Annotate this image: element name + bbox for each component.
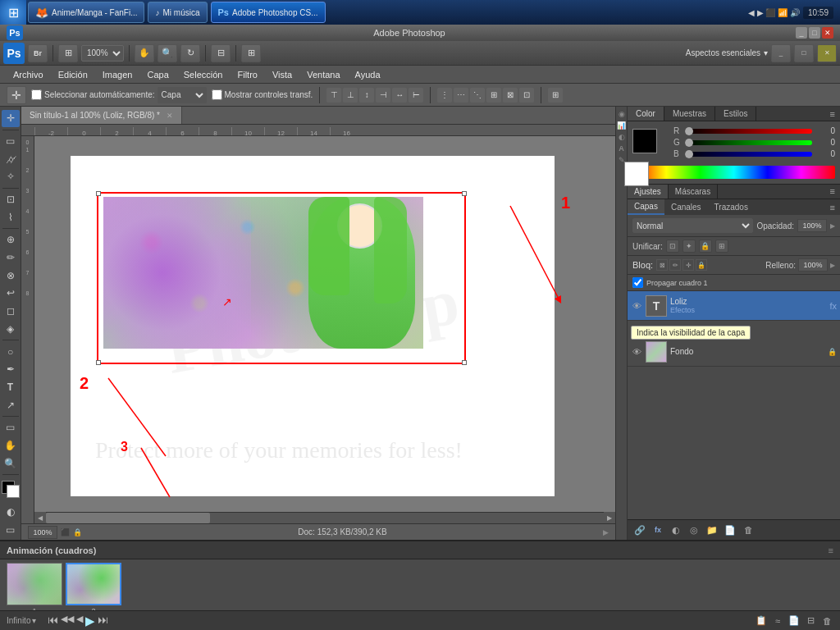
menu-seleccion[interactable]: Selección — [177, 68, 230, 81]
tab-swatches[interactable]: Muestras — [664, 107, 715, 121]
menu-edicion[interactable]: Edición — [52, 68, 94, 81]
type-panel-icon[interactable]: A — [619, 144, 624, 153]
background-swatch[interactable] — [624, 162, 649, 186]
anim-new-frame-btn[interactable]: 📄 — [788, 614, 801, 628]
align-right-icon[interactable]: ⊢ — [409, 88, 423, 103]
r-slider[interactable] — [685, 129, 812, 134]
tab-trazados[interactable]: Trazados — [708, 200, 755, 214]
anim-flatten-btn[interactable]: ⊟ — [804, 614, 817, 628]
layer-delete-btn[interactable]: 🗑 — [741, 523, 756, 537]
maximize-button[interactable]: □ — [809, 27, 820, 39]
type-tool[interactable]: T — [2, 379, 20, 396]
anim-delete-btn[interactable]: 🗑 — [820, 614, 833, 628]
move-tool-options[interactable]: ✛ — [7, 86, 26, 104]
prev-frame-btn[interactable]: ◀◀ — [61, 614, 74, 628]
scroll-right-status[interactable]: ▶ — [603, 528, 609, 536]
anim-tween-btn[interactable]: ≈ — [771, 614, 784, 628]
screen-mode-btn[interactable]: ▭ — [2, 521, 20, 538]
scroll-left-btn[interactable]: ◀ — [34, 512, 46, 523]
tab-layers[interactable]: Capas — [628, 199, 664, 215]
scroll-thumb[interactable] — [46, 513, 210, 523]
unif-icon-3[interactable]: 🔒 — [699, 240, 712, 253]
adj-panel-icon[interactable]: ◐ — [619, 133, 625, 141]
clone-tool[interactable]: ⊗ — [2, 267, 20, 284]
menu-imagen[interactable]: Imagen — [96, 68, 139, 81]
layer-adj-btn[interactable]: ◎ — [687, 523, 701, 537]
layout-btn[interactable]: ⊟ — [211, 44, 231, 62]
align-hcenter-icon[interactable]: ↔ — [392, 88, 407, 103]
bridge-button[interactable]: Br — [28, 44, 48, 62]
opacity-input[interactable] — [797, 219, 827, 232]
tab-styles[interactable]: Estilos — [715, 107, 756, 121]
handle-br[interactable] — [462, 360, 467, 365]
layer-link-btn[interactable]: 🔗 — [632, 523, 647, 537]
lock-transp-icon[interactable]: ⊠ — [656, 259, 668, 271]
zoom-input[interactable] — [28, 526, 57, 539]
dist-5-icon[interactable]: ⊠ — [503, 88, 518, 103]
extras-btn[interactable]: ⊞ — [241, 44, 261, 62]
layer-mask-btn[interactable]: ◐ — [669, 523, 683, 537]
menu-ventana[interactable]: Ventana — [300, 68, 346, 81]
menu-archivo[interactable]: Archivo — [7, 68, 50, 81]
opacity-arrow[interactable]: ▶ — [830, 222, 835, 230]
hand-tool-btn[interactable]: ✋ — [135, 44, 154, 62]
history-brush[interactable]: ↩ — [2, 285, 20, 302]
canvas-work-area[interactable]: Photoshop — [34, 136, 615, 523]
lock-paint-icon[interactable]: ✏ — [669, 259, 681, 271]
minimize-button[interactable]: _ — [796, 27, 807, 39]
unif-icon-1[interactable]: ⊡ — [666, 240, 679, 253]
propagar-checkbox[interactable] — [632, 277, 643, 288]
anim-frame-1[interactable]: 1 0,5 seg. — [7, 563, 62, 610]
layer-visibility-fondo[interactable]: 👁 — [631, 346, 642, 358]
magic-wand-tool[interactable]: ✧ — [2, 168, 20, 185]
loop-dropdown[interactable]: ▾ — [32, 616, 36, 625]
animation-panel-menu[interactable]: ≡ — [829, 546, 833, 555]
color-panel-icon[interactable]: ◉ — [619, 110, 625, 118]
dist-1-icon[interactable]: ⋮ — [437, 88, 452, 103]
dodge-tool[interactable]: ○ — [2, 343, 20, 360]
healing-tool[interactable]: ⊕ — [2, 231, 20, 249]
zoom-select[interactable]: 100% — [81, 45, 124, 62]
close-panel-btn[interactable]: ✕ — [817, 44, 837, 62]
color-swatches[interactable] — [2, 481, 20, 498]
color-panel-menu[interactable]: ≡ — [825, 107, 840, 121]
color-spectrum-bar[interactable] — [632, 166, 835, 179]
minimize-panel-btn[interactable]: _ — [771, 44, 791, 62]
hand-tool[interactable]: ✋ — [2, 437, 20, 454]
hist-panel-icon[interactable]: 📊 — [617, 121, 626, 130]
blend-mode-select[interactable]: Normal — [632, 218, 753, 233]
g-slider[interactable] — [685, 140, 812, 145]
dist-6-icon[interactable]: ⊡ — [519, 88, 534, 103]
layer-fx-icon[interactable]: fx — [829, 301, 837, 311]
anim-frame-2[interactable]: 2 0,5 seg. — [66, 563, 121, 610]
layer-group-btn[interactable]: 📁 — [705, 523, 719, 537]
auto-select-checkbox[interactable] — [31, 89, 42, 100]
eraser-tool[interactable]: ◻ — [2, 303, 20, 320]
handle-tl[interactable] — [96, 191, 101, 196]
menu-ayuda[interactable]: Ayuda — [349, 68, 387, 81]
background-color[interactable] — [7, 485, 20, 498]
taskbar-ps-btn[interactable]: Ps Adobe Photoshop CS... — [211, 2, 326, 23]
adj-panel-menu[interactable]: ≡ — [825, 185, 840, 199]
align-top-icon[interactable]: ⊤ — [326, 88, 341, 103]
tab-channels[interactable]: Canales — [664, 200, 708, 214]
lasso-tool[interactable]: ⌭ — [2, 150, 20, 167]
taskbar-music-btn[interactable]: ♪ Mi música — [148, 2, 207, 23]
move-tool[interactable]: ✛ — [2, 110, 20, 127]
taskbar-ff-btn[interactable]: 🦊 Anime/Manga - FanFi... — [28, 2, 144, 23]
unif-icon-4[interactable]: ⊞ — [715, 240, 728, 253]
auto-align-icon[interactable]: ⊞ — [548, 88, 563, 103]
rotate-btn[interactable]: ↻ — [180, 44, 200, 62]
loop-control[interactable]: Infinito ▾ — [7, 616, 36, 625]
dist-3-icon[interactable]: ⋱ — [470, 88, 485, 103]
play-btn[interactable]: ▶ — [85, 614, 95, 628]
zoom-tool[interactable]: 🔍 — [2, 454, 20, 472]
layer-fx-btn[interactable]: fx — [651, 523, 665, 537]
document-tab[interactable]: Sin título-1 al 100% (Loliz, RGB/8) * ✕ — [21, 107, 182, 124]
lock-pos-icon[interactable]: ✛ — [682, 259, 694, 271]
path-tool[interactable]: ↗ — [2, 396, 20, 413]
scroll-right-btn[interactable]: ▶ — [604, 512, 615, 523]
gradient-tool[interactable]: ◈ — [2, 321, 20, 338]
image-layer-loliz[interactable] — [103, 197, 423, 349]
start-button[interactable]: ⊞ — [0, 0, 26, 25]
